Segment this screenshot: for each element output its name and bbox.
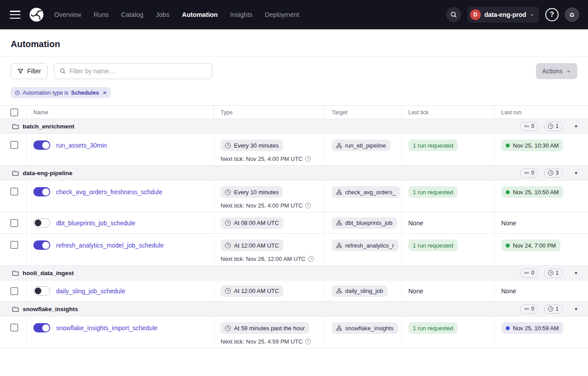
- nav-item-jobs[interactable]: Jobs: [156, 11, 169, 18]
- page-header: Automation: [0, 29, 588, 57]
- collapse-caret-icon[interactable]: ▾: [575, 270, 577, 276]
- job-icon: [336, 220, 342, 226]
- schedule-name-link[interactable]: snowflake_insights_import_schedule: [56, 324, 157, 332]
- schedule-toggle[interactable]: [33, 323, 50, 332]
- close-icon[interactable]: ✕: [102, 90, 107, 96]
- target-chip[interactable]: snowflake_insights: [332, 322, 398, 334]
- schedule-toggle[interactable]: [33, 140, 50, 150]
- search-button[interactable]: [446, 7, 461, 22]
- target-chip[interactable]: dbt_blueprints_job: [332, 217, 397, 229]
- group-row-hooli-data-ingest[interactable]: hooli_data_ingest 0 1 ▾: [0, 266, 588, 280]
- filter-chip-value: Schedules: [71, 90, 99, 96]
- help-button[interactable]: ?: [545, 8, 559, 21]
- row-checkbox[interactable]: [10, 241, 18, 249]
- collapse-caret-icon[interactable]: ▾: [575, 170, 577, 176]
- search-icon: [60, 68, 66, 74]
- sensor-count-badge[interactable]: 0: [520, 268, 539, 278]
- nav-item-insights[interactable]: Insights: [230, 11, 252, 18]
- clock-icon: [305, 203, 311, 208]
- folder-icon: [12, 124, 19, 129]
- toolbar: Filter Actions: [0, 57, 588, 85]
- nav-item-automation[interactable]: Automation: [182, 11, 218, 18]
- filter-button-label: Filter: [27, 68, 41, 75]
- next-tick-text: Next tick: Nov 26, 12:00 AM UTC: [221, 256, 314, 262]
- name-filter-input[interactable]: [69, 68, 206, 75]
- sensor-count-badge[interactable]: 0: [520, 122, 539, 131]
- actions-button[interactable]: Actions: [536, 63, 577, 79]
- clock-icon: [548, 124, 553, 129]
- target-chip[interactable]: check_avg_orders_: [332, 186, 400, 198]
- automation-type-filter-chip[interactable]: Automation type is Schedules ✕: [11, 87, 111, 98]
- schedule-toggle[interactable]: [33, 240, 50, 250]
- deployment-switcher[interactable]: D data-eng-prod: [467, 7, 539, 23]
- filter-chip-prefix: Automation type is: [23, 90, 68, 96]
- schedule-interval-chip: At 08:00 AM UTC: [221, 217, 283, 229]
- last-run-link[interactable]: Nov 25, 10:59 AM: [501, 322, 563, 334]
- last-run-link[interactable]: Nov 25, 10:50 AM: [501, 186, 563, 198]
- job-icon: [336, 288, 342, 294]
- row-checkbox[interactable]: [10, 188, 18, 196]
- last-tick-status: None: [408, 288, 423, 295]
- schedule-toggle[interactable]: [33, 286, 50, 296]
- schedule-name-link[interactable]: check_avg_orders_freshness_schdule: [56, 188, 162, 196]
- schedule-name-link[interactable]: refresh_analytics_model_job_schedule: [56, 242, 164, 249]
- filter-button[interactable]: Filter: [11, 63, 48, 79]
- clock-icon: [548, 170, 553, 176]
- last-run-link[interactable]: Nov 25, 10:30 AM: [501, 140, 563, 151]
- run-status-dot: [506, 144, 510, 148]
- schedule-name-link[interactable]: run_assets_30min: [56, 142, 107, 149]
- clock-icon: [225, 189, 231, 195]
- target-chip[interactable]: run_etl_pipeline: [332, 140, 391, 151]
- clock-icon: [305, 156, 311, 162]
- clock-icon: [548, 306, 553, 312]
- job-icon: [336, 143, 342, 148]
- row-checkbox[interactable]: [10, 219, 18, 227]
- clock-icon: [308, 256, 314, 262]
- collapse-caret-icon[interactable]: ▾: [575, 123, 577, 129]
- schedule-count: 3: [556, 170, 559, 176]
- nav-item-deployment[interactable]: Deployment: [265, 11, 299, 18]
- nav-item-catalog[interactable]: Catalog: [121, 11, 143, 18]
- sensor-count-badge[interactable]: 0: [520, 304, 539, 314]
- collapse-caret-icon[interactable]: ▾: [575, 306, 577, 312]
- row-checkbox[interactable]: [10, 141, 18, 149]
- page-title: Automation: [11, 39, 577, 49]
- target-chip[interactable]: refresh_analytics_r: [332, 240, 399, 251]
- schedule-count-badge[interactable]: 1: [544, 268, 563, 278]
- clock-icon: [548, 270, 553, 276]
- last-tick-status: 1 run requested: [408, 140, 458, 151]
- schedule-interval-chip: At 12:00 AM UTC: [221, 285, 283, 297]
- dagster-logo-icon[interactable]: [28, 7, 44, 23]
- nav-item-overview[interactable]: Overview: [54, 11, 81, 18]
- hamburger-menu-icon[interactable]: [10, 11, 20, 19]
- group-name: batch_enrichment: [23, 123, 74, 130]
- next-tick-text: Next tick: Nov 25, 4:59 PM UTC: [221, 338, 311, 345]
- user-avatar[interactable]: G: [565, 8, 579, 22]
- select-all-checkbox[interactable]: [10, 108, 18, 116]
- last-run-link[interactable]: Nov 24, 7:00 PM: [501, 240, 560, 251]
- schedule-name-link[interactable]: daily_sling_job_schedule: [56, 288, 125, 295]
- row-checkbox[interactable]: [10, 287, 18, 295]
- last-tick-status: 1 run requested: [408, 240, 458, 251]
- sensor-count-badge[interactable]: 0: [520, 168, 539, 178]
- sensor-icon: [524, 306, 529, 312]
- schedule-toggle[interactable]: [33, 218, 50, 228]
- schedule-count-badge[interactable]: 3: [544, 168, 563, 178]
- schedule-count-badge[interactable]: 1: [544, 122, 563, 131]
- table-row-run-assets-30min: run_assets_30min Every 30 minutes Next t…: [0, 134, 588, 166]
- nav-item-runs[interactable]: Runs: [93, 11, 109, 18]
- table-row-check-avg-orders: check_avg_orders_freshness_schdule Every…: [0, 180, 588, 212]
- target-chip[interactable]: daily_sling_job: [332, 285, 387, 297]
- schedule-name-link[interactable]: dbt_blueprints_job_schedule: [56, 220, 135, 227]
- row-checkbox[interactable]: [10, 324, 18, 332]
- schedule-count-badge[interactable]: 1: [544, 304, 563, 314]
- deployment-avatar: D: [470, 9, 481, 20]
- group-row-batch-enrichment[interactable]: batch_enrichment 0 1 ▾: [0, 119, 588, 134]
- table-header-row: Name Type Target Last tick Last run: [0, 105, 588, 119]
- name-filter-box: [54, 63, 212, 79]
- last-tick-status: None: [408, 220, 423, 227]
- group-row-snowflake-insights[interactable]: snowflake_insights 0 1 ▾: [0, 302, 588, 316]
- schedule-toggle[interactable]: [33, 187, 50, 196]
- group-row-data-eng-pipeline[interactable]: data-eng-pipeline 0 3 ▾: [0, 166, 588, 180]
- col-header-type: Type: [214, 106, 325, 119]
